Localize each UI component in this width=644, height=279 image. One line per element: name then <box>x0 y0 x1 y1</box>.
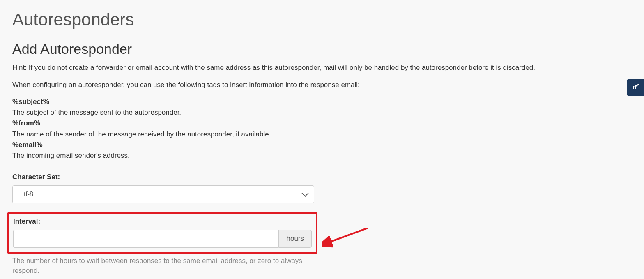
analytics-side-tab[interactable] <box>627 79 644 96</box>
tag-email-desc: The incoming email sender's address. <box>12 150 632 161</box>
interval-input[interactable] <box>13 230 278 248</box>
interval-input-group: hours <box>13 230 312 248</box>
form-section: Character Set: utf-8 <box>12 173 314 203</box>
tag-email-name: %email% <box>12 141 43 149</box>
interval-highlight-box: Interval: hours <box>7 212 317 254</box>
tag-subject-desc: The subject of the message sent to the a… <box>12 107 632 118</box>
intro-text: When configuring an autoresponder, you c… <box>12 80 632 90</box>
tag-from-desc: The name of the sender of the message re… <box>12 129 632 140</box>
charset-label: Character Set: <box>12 173 314 181</box>
page-title: Autoresponders <box>12 10 632 30</box>
section-title: Add Autoresponder <box>12 41 632 57</box>
interval-help-text: The number of hours to wait between resp… <box>12 256 312 276</box>
tag-from-name: %from% <box>12 119 40 127</box>
hint-text: Hint: If you do not create a forwarder o… <box>12 63 632 73</box>
charset-select-wrapper: utf-8 <box>12 185 314 203</box>
tag-subject-name: %subject% <box>12 98 49 106</box>
svg-line-1 <box>329 228 368 242</box>
interval-unit: hours <box>278 230 312 248</box>
tags-block: %subject% The subject of the message sen… <box>12 97 632 161</box>
interval-label: Interval: <box>13 217 312 226</box>
charset-select[interactable]: utf-8 <box>12 185 314 203</box>
annotation-arrow <box>322 228 372 249</box>
chart-growth-icon <box>630 82 640 93</box>
